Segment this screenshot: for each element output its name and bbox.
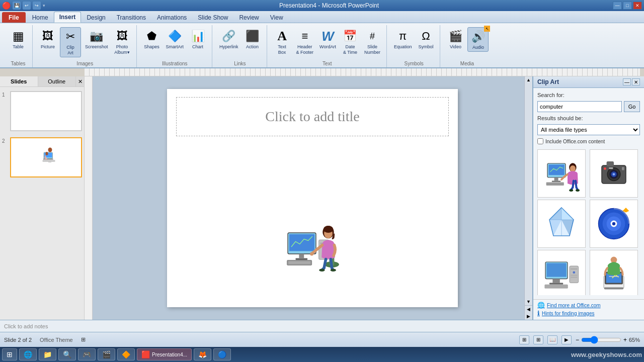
hyperlink-button[interactable]: 🔗 Hyperlink [217, 27, 240, 51]
media-group-label: Media [445, 60, 489, 67]
action-label: Action [246, 44, 259, 50]
chart-button[interactable]: 📊 Chart [188, 27, 208, 51]
scroll-bottom-button[interactable]: ◀ [525, 306, 532, 313]
taskbar-browser-1[interactable]: 🌐 [19, 348, 37, 360]
tab-slides[interactable]: Slides [0, 76, 38, 86]
close-button[interactable]: ✕ [633, 2, 642, 10]
tab-outline[interactable]: Outline [38, 76, 76, 86]
notes-placeholder[interactable]: Click to add notes [4, 323, 640, 329]
minimize-button[interactable]: — [613, 2, 622, 10]
tab-insert[interactable]: Insert [54, 12, 82, 23]
taskbar-firefox[interactable]: 🦊 [194, 348, 211, 360]
results-type-dropdown[interactable]: All media file types [537, 124, 640, 135]
taskbar-media-1[interactable]: 🎮 [78, 348, 96, 360]
tab-view[interactable]: View [265, 12, 289, 23]
tab-transitions[interactable]: Transitions [111, 12, 151, 23]
slide-thumb-1[interactable]: 1 [2, 91, 82, 131]
taskbar-powerpoint[interactable]: 🟥 Presentation4... [137, 348, 192, 360]
tab-file[interactable]: File [2, 12, 26, 23]
slide-sorter-button[interactable]: ⊞ [533, 335, 543, 344]
symbols-group-label: Symbols [392, 60, 436, 67]
tab-design[interactable]: Design [81, 12, 111, 23]
reading-view-button[interactable]: 📖 [547, 335, 557, 344]
start-button[interactable]: ⊞ [2, 348, 17, 360]
clip-art-result-5[interactable] [537, 250, 586, 295]
normal-view-button[interactable]: ⊞ [519, 335, 529, 344]
audio-button[interactable]: 🔊 Audio ↖ [467, 27, 489, 52]
panel-close-button[interactable]: ✕ [632, 78, 640, 85]
panel-minimize-button[interactable]: — [623, 78, 631, 85]
clip-art-result-2[interactable] [590, 149, 638, 198]
taskbar-explorer[interactable]: 📁 [39, 348, 56, 360]
taskbar-media-2[interactable]: 🎬 [98, 348, 115, 360]
scroll-down-button[interactable]: ▼ [525, 298, 532, 305]
include-office-checkbox[interactable] [537, 138, 543, 144]
slide-num-2: 2 [2, 138, 8, 144]
action-button[interactable]: ⬛ Action [243, 27, 263, 51]
slides-panel-close-button[interactable]: ✕ [76, 76, 84, 86]
scroll-right-button[interactable]: ▶ [525, 313, 532, 320]
symbol-button[interactable]: Ω Symbol [416, 27, 436, 51]
status-right: ⊞ ⊞ 📖 ▶ − + 65% [519, 335, 640, 344]
equation-button[interactable]: π Equation [392, 27, 414, 51]
slide-preview-1[interactable] [10, 91, 82, 131]
text-box-button[interactable]: A TextBox [272, 27, 292, 56]
scroll-up-button[interactable]: ▲ [525, 76, 532, 83]
slide-number-button[interactable]: # SlideNumber [362, 27, 382, 56]
svg-rect-7 [289, 234, 314, 251]
clip-art-label: ClipArt [66, 45, 74, 56]
title-placeholder[interactable]: Click to add title [176, 97, 449, 136]
zoom-decrease-button[interactable]: − [576, 336, 579, 343]
photo-album-button[interactable]: 🖼 PhotoAlbum▾ [112, 27, 132, 56]
clip-art-result-4[interactable] [590, 200, 638, 248]
clip-art-button[interactable]: ✂ ClipArt [60, 27, 81, 57]
tab-review[interactable]: Review [233, 12, 264, 23]
title-bar: 🔴 💾 ↩ ↪ ▾ Presentation4 - Microsoft Powe… [0, 0, 644, 11]
screenshot-button[interactable]: 📷 Screenshot [83, 27, 110, 51]
svg-point-19 [324, 226, 334, 233]
taskbar-search[interactable]: 🔍 [58, 348, 76, 360]
clip-art-result-3[interactable] [537, 200, 586, 248]
date-time-button[interactable]: 📅 Date& Time [340, 27, 360, 56]
zoom-increase-button[interactable]: + [623, 336, 627, 343]
maximize-button[interactable]: □ [623, 2, 632, 10]
zoom-slider[interactable] [581, 338, 621, 342]
search-input[interactable] [537, 101, 622, 112]
clip-art-result-1[interactable] [537, 149, 586, 198]
clip-art-result-6[interactable] [590, 250, 638, 295]
undo-quick-icon[interactable]: ↩ [23, 2, 31, 10]
svg-rect-64 [571, 277, 577, 278]
inserted-clip-art[interactable] [277, 212, 348, 282]
tab-animations[interactable]: Animations [151, 12, 192, 23]
slide-canvas[interactable]: Click to add title [167, 89, 458, 307]
canvas-scrollbar[interactable]: ▲ ▼ ◀ ▶ [524, 76, 532, 320]
table-button[interactable]: ▦ Table [8, 27, 28, 51]
video-button[interactable]: 🎬 Video [445, 27, 465, 51]
find-more-link[interactable]: 🌐 Find more at Office.com [537, 302, 640, 309]
picture-button[interactable]: 🖼 Picture [38, 27, 58, 51]
zoom-percentage: 65% [629, 337, 640, 343]
slide-thumb-2[interactable]: 2 [2, 137, 82, 177]
slide-preview-2[interactable] [10, 137, 82, 177]
header-footer-button[interactable]: ≡ Header& Footer [294, 27, 316, 56]
taskbar-chrome[interactable]: 🔵 [213, 348, 231, 360]
tab-home[interactable]: Home [27, 12, 54, 23]
save-quick-icon[interactable]: 💾 [13, 2, 21, 10]
chrome-icon: 🔵 [218, 350, 226, 358]
slide-show-button[interactable]: ▶ [561, 335, 572, 344]
text-box-icon: A [274, 28, 290, 44]
svg-rect-72 [604, 287, 623, 289]
go-button[interactable]: Go [624, 101, 640, 112]
hints-link[interactable]: ℹ Hints for finding images [537, 310, 640, 317]
notes-bar[interactable]: Click to add notes [0, 320, 644, 332]
smartart-button[interactable]: 🔷 SmartArt [164, 27, 186, 51]
find-more-icon: 🌐 [537, 302, 545, 309]
result-1-image [541, 153, 582, 194]
redo-quick-icon[interactable]: ↪ [33, 2, 41, 10]
explorer-icon: 📁 [43, 350, 52, 358]
tab-slideshow[interactable]: Slide Show [192, 12, 233, 23]
shapes-button[interactable]: ⬟ Shapes [142, 27, 162, 51]
wordart-button[interactable]: W WordArt [317, 27, 338, 51]
taskbar-app-3[interactable]: 🔶 [117, 348, 135, 360]
search-for-label: Search for: [537, 92, 640, 98]
